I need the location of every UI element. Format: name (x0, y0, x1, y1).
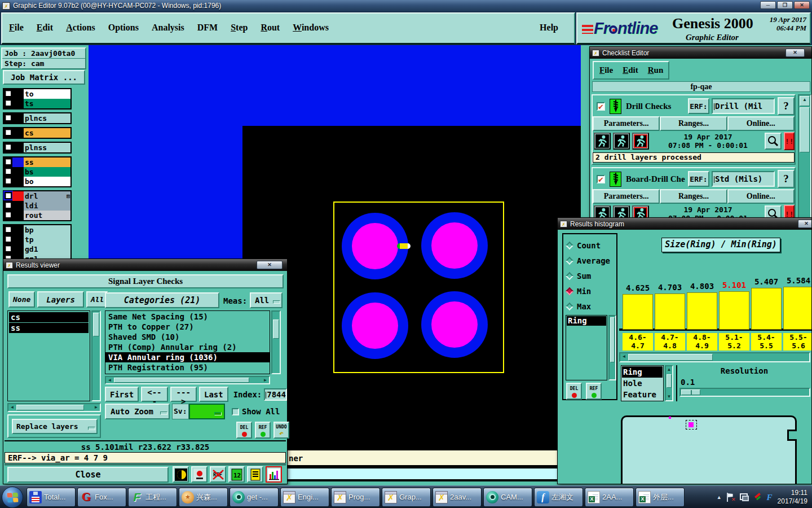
erf-button[interactable]: ERF: (688, 171, 709, 187)
checklist-titlebar[interactable]: ✗ Checklist Editor ✕ (590, 47, 811, 59)
action-center-flag-icon[interactable] (727, 493, 735, 502)
stat-average[interactable]: Average (566, 253, 610, 268)
menu-step[interactable]: Step (231, 23, 248, 33)
layer-visibility-checkbox[interactable] (5, 235, 12, 243)
layer-visibility-checkbox[interactable] (5, 192, 12, 199)
layer-row-bp[interactable]: bp (4, 225, 70, 235)
layer-row-bo[interactable]: bo (4, 177, 70, 186)
layer-row-bs[interactable]: bs (4, 167, 70, 177)
next-button[interactable]: ---> (170, 387, 197, 402)
runner-skip-icon[interactable] (613, 133, 630, 150)
slider-thumb[interactable] (681, 389, 700, 395)
close-button[interactable]: Close (7, 467, 169, 483)
filter-layers-button[interactable]: Layers (37, 291, 84, 308)
start-button[interactable] (2, 487, 23, 508)
layer-row-gd1[interactable]: gd1 (4, 244, 70, 254)
close-icon[interactable]: ✕ (257, 261, 283, 269)
histogram-button[interactable] (266, 466, 282, 483)
scroll-right-icon[interactable]: ► (262, 377, 269, 383)
taskbar-button[interactable]: CAM... (483, 488, 532, 507)
erf-button[interactable]: ERF: (688, 98, 709, 114)
severity-dropdown[interactable] (189, 404, 225, 419)
report-button[interactable] (247, 466, 263, 483)
menu-windows[interactable]: Windows (293, 23, 329, 33)
layer-visibility-checkbox[interactable] (5, 211, 12, 218)
ref-button[interactable]: REF (255, 422, 271, 439)
checklist-menu-run[interactable]: Run (648, 65, 664, 75)
erf-value-field[interactable]: Std (Mils) (712, 171, 775, 187)
menu-actions[interactable]: Actions (66, 23, 95, 33)
menu-options[interactable]: Options (108, 23, 139, 33)
layer-row-to[interactable]: to (4, 89, 70, 99)
taskbar-button[interactable]: 工程... (128, 488, 177, 507)
taskbar-button[interactable]: Fox... (77, 488, 126, 507)
type-list-scrollbar[interactable]: ▲ ▼ (665, 365, 673, 401)
runner-stop-icon[interactable] (632, 133, 649, 150)
close-icon[interactable]: ✕ (798, 220, 812, 228)
record-button[interactable] (191, 466, 208, 483)
taskbar-button[interactable]: 外层... (636, 488, 685, 507)
layer-visibility-checkbox[interactable] (5, 143, 12, 151)
scroll-up-icon[interactable]: ▲ (800, 96, 810, 106)
layer-visibility-checkbox[interactable] (5, 129, 12, 136)
category-item[interactable]: Same Net Spacing (15) (105, 312, 270, 322)
online-button[interactable]: Online... (727, 189, 795, 204)
close-icon[interactable]: ✕ (785, 49, 805, 57)
network-icon[interactable] (740, 493, 749, 501)
layer-row-ss[interactable]: ss (4, 157, 70, 167)
del-button[interactable]: DEL (236, 422, 252, 439)
layer-visibility-checkbox[interactable] (5, 99, 12, 107)
layer-visibility-checkbox[interactable] (5, 202, 12, 209)
numbering-button[interactable]: 12 (228, 466, 245, 483)
last-button[interactable]: Last (199, 387, 228, 402)
magnifier-button[interactable] (765, 133, 782, 150)
layer-list-item[interactable]: ss (9, 323, 89, 333)
ranges-button[interactable]: Ranges... (660, 189, 727, 204)
layer-visibility-checkbox[interactable] (5, 226, 12, 233)
ref-button[interactable]: REF (586, 383, 602, 400)
category-item[interactable]: PTH Registration (95) (105, 362, 270, 373)
layer-visibility-checkbox[interactable] (5, 114, 12, 121)
histogram-titlebar[interactable]: ✗ Results histogram ✕ (558, 218, 811, 230)
maximize-icon[interactable]: ❐ (777, 1, 793, 9)
layer-row-cs[interactable]: cs (4, 128, 70, 138)
layer-visibility-checkbox[interactable] (5, 245, 12, 252)
taskbar-button[interactable]: Prog... (331, 488, 380, 507)
layer-row-ts[interactable]: ts (4, 99, 70, 108)
scroll-up-icon[interactable]: ▲ (666, 366, 672, 373)
resolution-slider[interactable] (679, 388, 810, 397)
layer-visibility-checkbox[interactable] (5, 168, 12, 175)
main-titlebar[interactable]: ✗ Graphic Editor 9.07b2 (00@HY-HYCAM-PC0… (0, 0, 812, 11)
menu-file[interactable]: File (9, 23, 24, 33)
first-button[interactable]: First (105, 387, 139, 402)
job-matrix-button[interactable]: Job Matrix ... (3, 70, 85, 85)
check-enabled-checkbox[interactable]: ✔ (597, 175, 605, 183)
clear-ref-button[interactable]: REF (210, 466, 226, 483)
layer-list-scrollbar[interactable] (91, 310, 101, 401)
type-item-feature[interactable]: Feature (622, 389, 663, 400)
results-viewer-titlebar[interactable]: ✗ Results viewer ✕ (3, 259, 287, 271)
measure-list-item[interactable]: Ring (567, 316, 606, 326)
menu-dfm[interactable]: DFM (197, 23, 218, 33)
replace-layers-dropdown[interactable]: Replace layers (12, 419, 98, 434)
menu-analysis[interactable]: Analysis (152, 23, 184, 33)
layer-row-plncs[interactable]: plncs (4, 113, 70, 123)
runner-icon[interactable] (594, 133, 611, 150)
layer-visibility-checkbox[interactable] (5, 158, 12, 165)
category-list-hscrollbar[interactable]: ◄ ► (105, 376, 270, 384)
layer-visibility-checkbox[interactable] (5, 90, 12, 97)
checklist-menu-edit[interactable]: Edit (623, 65, 638, 75)
prev-button[interactable]: <--- (141, 387, 167, 402)
stat-min[interactable]: Min (566, 283, 610, 299)
filter-none-button[interactable]: None (8, 291, 35, 308)
category-item[interactable]: VIA Annular ring (1036) (105, 352, 270, 362)
tray-expand-icon[interactable]: ▲ (717, 494, 722, 500)
measure-list-scrollbar[interactable] (608, 315, 616, 380)
type-item-hole[interactable]: Hole (622, 378, 663, 389)
online-button[interactable]: Online... (727, 116, 795, 131)
taskbar-button[interactable]: 左湘文 (534, 488, 583, 507)
auto-zoom-dropdown[interactable]: Auto Zoom (105, 404, 170, 419)
scroll-left-icon[interactable]: ◄ (8, 404, 16, 411)
close-icon[interactable]: ✕ (794, 1, 810, 9)
parameters-button[interactable]: Parameters... (593, 116, 660, 131)
